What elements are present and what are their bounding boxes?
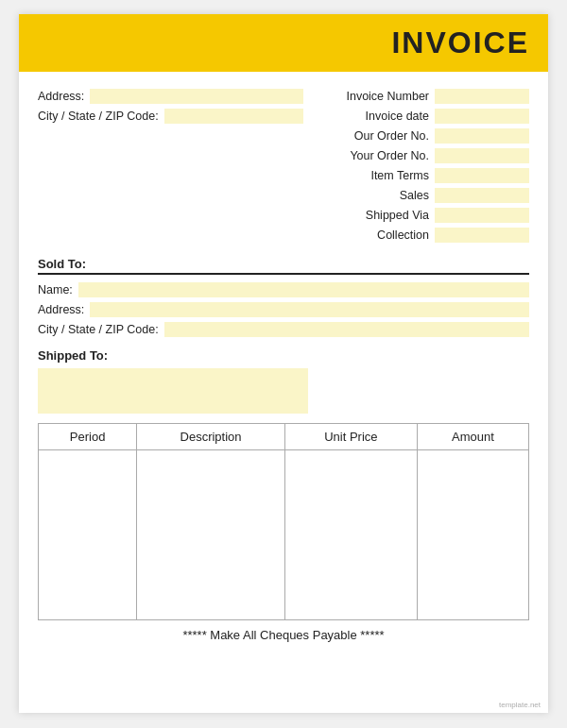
collection-input[interactable] (435, 228, 529, 243)
collection-row: Collection (313, 228, 530, 243)
invoice-number-input[interactable] (435, 89, 529, 104)
right-column: Invoice Number Invoice date Our Order No… (313, 89, 530, 247)
invoice-table: Period Description Unit Price Amount (38, 423, 529, 620)
shipped-to-section: Shipped To: (38, 348, 529, 414)
invoice-title: INVOICE (391, 25, 529, 59)
item-terms-input[interactable] (435, 168, 529, 183)
shipped-to-heading: Shipped To: (38, 348, 529, 363)
invoice-date-label: Invoice date (366, 110, 429, 123)
shipped-via-label: Shipped Via (366, 209, 429, 222)
collection-label: Collection (377, 229, 429, 242)
shipped-to-input[interactable] (38, 368, 308, 414)
address-label: Address: (38, 90, 84, 103)
invoice-page: INVOICE Address: City / State / ZIP Code… (19, 14, 548, 713)
sold-city-input[interactable] (164, 322, 529, 337)
invoice-date-input[interactable] (435, 109, 529, 124)
invoice-date-row: Invoice date (313, 109, 530, 124)
your-order-input[interactable] (435, 148, 529, 163)
sold-to-section: Sold To: Name: Address: City / State / Z… (38, 257, 529, 337)
address-row: Address: (38, 89, 303, 104)
top-section: Address: City / State / ZIP Code: Invoic… (38, 89, 529, 247)
cell-amount[interactable] (417, 450, 528, 620)
col-description: Description (137, 424, 285, 450)
left-column: Address: City / State / ZIP Code: (38, 89, 303, 247)
invoice-number-row: Invoice Number (313, 89, 530, 104)
our-order-input[interactable] (435, 128, 529, 144)
your-order-row: Your Order No. (313, 148, 530, 163)
sold-address-label: Address: (38, 303, 84, 316)
item-terms-row: Item Terms (313, 168, 530, 183)
city-label: City / State / ZIP Code: (38, 110, 159, 123)
invoice-header: INVOICE (19, 14, 548, 72)
city-input[interactable] (164, 109, 303, 124)
col-period: Period (39, 424, 137, 450)
sold-to-heading: Sold To: (38, 257, 529, 275)
sales-input[interactable] (435, 188, 529, 203)
sold-city-label: City / State / ZIP Code: (38, 323, 159, 336)
sales-label: Sales (400, 189, 429, 202)
footer: ***** Make All Cheques Payable ***** (38, 628, 529, 642)
sold-name-label: Name: (38, 283, 73, 296)
sold-address-input[interactable] (90, 302, 529, 317)
invoice-content: Address: City / State / ZIP Code: Invoic… (19, 72, 548, 657)
our-order-label: Our Order No. (354, 129, 429, 143)
your-order-label: Your Order No. (350, 149, 429, 162)
city-row: City / State / ZIP Code: (38, 109, 303, 124)
item-terms-label: Item Terms (370, 169, 429, 182)
address-input[interactable] (90, 89, 302, 104)
table-header-row: Period Description Unit Price Amount (39, 424, 529, 450)
cell-unit-price[interactable] (284, 450, 417, 620)
sold-city-row: City / State / ZIP Code: (38, 322, 529, 337)
sold-address-row: Address: (38, 302, 529, 317)
footer-text: ***** Make All Cheques Payable ***** (182, 628, 384, 642)
our-order-row: Our Order No. (313, 128, 530, 144)
invoice-number-label: Invoice Number (346, 90, 429, 103)
sold-name-row: Name: (38, 282, 529, 297)
col-unit-price: Unit Price (284, 424, 417, 450)
watermark: template.net (499, 701, 541, 709)
shipped-via-input[interactable] (435, 208, 529, 223)
shipped-via-row: Shipped Via (313, 208, 530, 223)
sold-name-input[interactable] (78, 282, 529, 297)
table-row (39, 450, 529, 620)
sales-row: Sales (313, 188, 530, 203)
cell-period[interactable] (39, 450, 137, 620)
col-amount: Amount (417, 424, 528, 450)
cell-description[interactable] (137, 450, 285, 620)
